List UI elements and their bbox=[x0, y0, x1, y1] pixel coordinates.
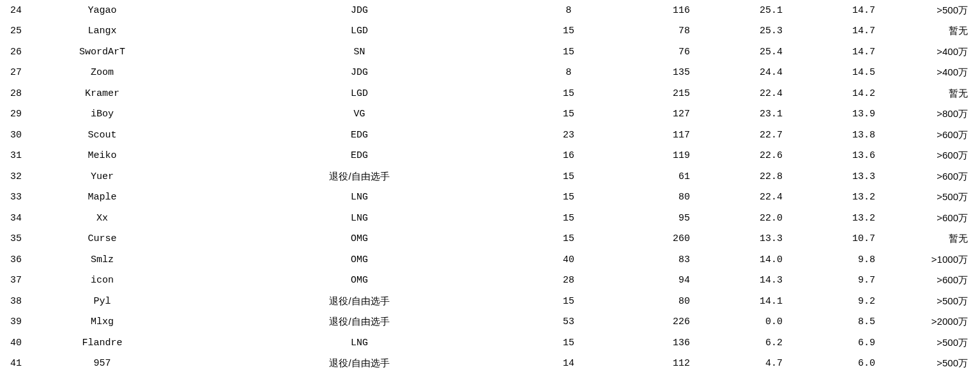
stat5-cell: 61 bbox=[597, 171, 696, 182]
stat4-cell: 15 bbox=[540, 109, 597, 120]
stat7-cell: 9.2 bbox=[789, 296, 882, 307]
table-row: 31MeikoEDG1611922.613.6>600万 bbox=[0, 146, 980, 167]
rank-cell: 29 bbox=[0, 109, 26, 120]
table-row: 27ZoomJDG813524.414.5>400万 bbox=[0, 63, 980, 84]
player-cell: Yuer bbox=[26, 171, 179, 182]
table-row: 30ScoutEDG2311722.713.8>600万 bbox=[0, 125, 980, 146]
rank-cell: 24 bbox=[0, 5, 26, 16]
stat4-cell: 8 bbox=[540, 67, 597, 78]
stat7-cell: 14.7 bbox=[789, 26, 882, 36]
team-cell: 退役/自由选手 bbox=[179, 171, 540, 183]
stat6-cell: 22.8 bbox=[696, 171, 789, 182]
player-cell: icon bbox=[26, 275, 179, 286]
salary-cell: >400万 bbox=[882, 66, 977, 79]
salary-cell: >1000万 bbox=[882, 254, 977, 266]
rank-cell: 25 bbox=[0, 26, 26, 36]
table-row: 26SwordArTSN157625.414.7>400万 bbox=[0, 42, 980, 63]
stat4-cell: 15 bbox=[540, 296, 597, 307]
stat4-cell: 28 bbox=[540, 275, 597, 286]
salary-cell: >600万 bbox=[882, 129, 977, 141]
stat7-cell: 13.3 bbox=[789, 171, 882, 182]
team-cell: OMG bbox=[179, 254, 540, 265]
stat6-cell: 14.0 bbox=[696, 254, 789, 265]
stat6-cell: 14.3 bbox=[696, 275, 789, 286]
salary-cell: >2000万 bbox=[882, 316, 977, 328]
stat4-cell: 15 bbox=[540, 88, 597, 99]
stat5-cell: 78 bbox=[597, 26, 696, 36]
player-cell: Langx bbox=[26, 26, 179, 36]
stat4-cell: 15 bbox=[540, 338, 597, 348]
stat4-cell: 53 bbox=[540, 316, 597, 327]
stat5-cell: 80 bbox=[597, 296, 696, 307]
rank-cell: 41 bbox=[0, 358, 26, 369]
stat6-cell: 25.3 bbox=[696, 26, 789, 36]
stat7-cell: 13.2 bbox=[789, 192, 882, 203]
stat6-cell: 23.1 bbox=[696, 109, 789, 120]
player-table: 24YagaoJDG811625.114.7>500万25LangxLGD157… bbox=[0, 0, 980, 374]
stat5-cell: 127 bbox=[597, 109, 696, 120]
stat7-cell: 6.9 bbox=[789, 338, 882, 348]
stat5-cell: 136 bbox=[597, 338, 696, 348]
stat5-cell: 83 bbox=[597, 254, 696, 265]
stat7-cell: 13.2 bbox=[789, 213, 882, 224]
stat4-cell: 23 bbox=[540, 130, 597, 141]
stat6-cell: 4.7 bbox=[696, 358, 789, 369]
player-cell: Curse bbox=[26, 233, 179, 244]
team-cell: OMG bbox=[179, 275, 540, 286]
stat5-cell: 76 bbox=[597, 47, 696, 58]
table-row: 24YagaoJDG811625.114.7>500万 bbox=[0, 0, 980, 21]
stat6-cell: 14.1 bbox=[696, 296, 789, 307]
table-row: 32Yuer退役/自由选手156122.813.3>600万 bbox=[0, 166, 980, 187]
team-cell: JDG bbox=[179, 67, 540, 78]
rank-cell: 35 bbox=[0, 233, 26, 244]
player-cell: Kramer bbox=[26, 88, 179, 99]
salary-cell: >600万 bbox=[882, 171, 977, 183]
stat5-cell: 226 bbox=[597, 316, 696, 327]
stat7-cell: 8.5 bbox=[789, 316, 882, 327]
team-cell: EDG bbox=[179, 150, 540, 161]
team-cell: LGD bbox=[179, 26, 540, 36]
team-cell: 退役/自由选手 bbox=[179, 357, 540, 370]
stat7-cell: 13.6 bbox=[789, 150, 882, 161]
stat5-cell: 117 bbox=[597, 130, 696, 141]
player-cell: iBoy bbox=[26, 109, 179, 120]
table-row: 29iBoyVG1512723.113.9>800万 bbox=[0, 104, 980, 125]
stat7-cell: 9.8 bbox=[789, 254, 882, 265]
salary-cell: >800万 bbox=[882, 108, 977, 120]
team-cell: 退役/自由选手 bbox=[179, 316, 540, 328]
salary-cell: >500万 bbox=[882, 4, 977, 17]
player-cell: Smlz bbox=[26, 254, 179, 265]
stat5-cell: 95 bbox=[597, 213, 696, 224]
rank-cell: 30 bbox=[0, 130, 26, 141]
table-row: 35CurseOMG1526013.310.7暂无 bbox=[0, 229, 980, 250]
stat6-cell: 22.7 bbox=[696, 130, 789, 141]
rank-cell: 40 bbox=[0, 338, 26, 348]
rank-cell: 26 bbox=[0, 47, 26, 58]
table-row: 38Pyl退役/自由选手158014.19.2>500万 bbox=[0, 291, 980, 312]
stat6-cell: 24.4 bbox=[696, 67, 789, 78]
player-cell: Scout bbox=[26, 130, 179, 141]
team-cell: OMG bbox=[179, 233, 540, 244]
rank-cell: 34 bbox=[0, 213, 26, 224]
stat5-cell: 80 bbox=[597, 192, 696, 203]
salary-cell: >600万 bbox=[882, 274, 977, 286]
table-row: 28KramerLGD1521522.414.2暂无 bbox=[0, 83, 980, 104]
stat7-cell: 13.9 bbox=[789, 109, 882, 120]
player-cell: Xx bbox=[26, 213, 179, 224]
stat7-cell: 14.7 bbox=[789, 47, 882, 58]
rank-cell: 37 bbox=[0, 275, 26, 286]
player-cell: Mlxg bbox=[26, 316, 179, 327]
table-row: 41957退役/自由选手141124.76.0>500万 bbox=[0, 354, 980, 375]
stat6-cell: 22.4 bbox=[696, 88, 789, 99]
stat7-cell: 9.7 bbox=[789, 275, 882, 286]
team-cell: JDG bbox=[179, 5, 540, 16]
salary-cell: >600万 bbox=[882, 150, 977, 162]
table-row: 39Mlxg退役/自由选手532260.08.5>2000万 bbox=[0, 312, 980, 333]
rank-cell: 27 bbox=[0, 67, 26, 78]
table-row: 33MapleLNG158022.413.2>500万 bbox=[0, 187, 980, 208]
salary-cell: 暂无 bbox=[882, 25, 977, 37]
stat7-cell: 14.5 bbox=[789, 67, 882, 78]
stat4-cell: 15 bbox=[540, 192, 597, 203]
salary-cell: >500万 bbox=[882, 357, 977, 370]
player-cell: Zoom bbox=[26, 67, 179, 78]
